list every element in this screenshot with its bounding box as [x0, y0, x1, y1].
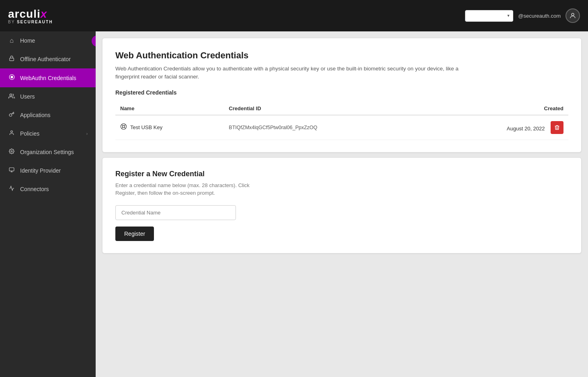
sidebar-nav: ⌂ Home Offline Authenticator [0, 31, 96, 377]
sidebar-item-home[interactable]: ⌂ Home [0, 31, 96, 50]
sidebar-item-applications[interactable]: Applications [0, 106, 96, 124]
svg-point-6 [11, 150, 12, 152]
registered-credentials-label: Registered Credentials [115, 89, 568, 96]
credential-name-input[interactable] [115, 205, 236, 220]
logo-text: arculix [8, 8, 53, 21]
svg-line-13 [125, 128, 126, 129]
sidebar-item-label: Organization Settings [20, 149, 88, 155]
chevron-right-icon: › [86, 132, 88, 136]
home-icon: ⌂ [8, 37, 15, 44]
sidebar-item-label: Home [20, 37, 88, 44]
logo-sub: by SECUREAUTH [8, 20, 53, 24]
connectors-icon [8, 185, 15, 193]
sidebar: ≡ ⌂ Home Offline Authenticator [0, 31, 96, 377]
tenant-select-wrapper[interactable] [465, 10, 513, 22]
sidebar-item-organization-settings[interactable]: Organization Settings [0, 143, 96, 161]
col-name: Name [115, 102, 224, 115]
sidebar-item-offline-authenticator[interactable]: Offline Authenticator [0, 50, 96, 68]
main-layout: ≡ ⌂ Home Offline Authenticator [0, 31, 588, 377]
svg-line-15 [121, 128, 123, 129]
register-title: Register a New Credential [115, 170, 568, 178]
sidebar-item-identity-provider[interactable]: Identity Provider [0, 161, 96, 180]
svg-rect-7 [9, 168, 14, 171]
sidebar-item-webauthn-credentials[interactable]: WebAuthn Credentials [0, 68, 96, 87]
sidebar-item-label: Offline Authenticator [20, 56, 88, 62]
svg-line-14 [125, 124, 126, 126]
svg-point-0 [572, 13, 574, 16]
user-avatar[interactable] [565, 8, 580, 23]
svg-point-3 [10, 76, 13, 78]
col-created: Created [429, 102, 568, 115]
register-description: Enter a credential name below (max. 28 c… [115, 181, 268, 197]
content-area: Web Authentication Credentials Web Authe… [96, 31, 588, 377]
policies-icon [8, 130, 15, 137]
sidebar-item-label: Identity Provider [20, 167, 88, 174]
header-right: @secureauth.com [465, 8, 580, 23]
lock-icon [8, 56, 15, 63]
svg-line-12 [121, 124, 123, 126]
col-credential-id: Credential ID [224, 102, 429, 115]
created-date: August 20, 2022 [507, 126, 545, 132]
gear-icon [8, 148, 15, 156]
sidebar-item-label: Connectors [20, 186, 88, 192]
sidebar-item-label: WebAuthn Credentials [20, 75, 88, 81]
webauthn-icon [8, 74, 15, 82]
svg-point-4 [10, 94, 12, 96]
register-card: Register a New Credential Enter a creden… [102, 157, 582, 253]
header: arculix by SECUREAUTH @secureauth.com [0, 0, 588, 31]
identity-provider-icon [8, 167, 15, 174]
users-icon [8, 93, 15, 100]
sidebar-item-label: Users [20, 93, 88, 100]
sidebar-item-users[interactable]: Users [0, 87, 96, 106]
svg-rect-1 [10, 58, 14, 60]
credential-id-value: BTIQfZMx4lqGCf5Ptw0ral06_PpxZzOQ [229, 125, 317, 130]
page-title: Web Authentication Credentials [115, 50, 568, 61]
page-description: Web Authentication Credentials allow you… [115, 65, 477, 81]
sidebar-item-label: Policies [20, 130, 82, 137]
svg-point-5 [11, 131, 13, 133]
svg-point-11 [123, 126, 125, 128]
sidebar-item-label: Applications [20, 112, 88, 118]
tenant-select[interactable] [465, 10, 513, 22]
delete-credential-button[interactable] [551, 121, 563, 134]
credential-name: Test USB Key [130, 124, 162, 130]
row-created-cell: August 20, 2022 [429, 115, 568, 140]
sidebar-item-policies[interactable]: Policies › [0, 124, 96, 143]
applications-icon [8, 111, 15, 119]
usb-key-icon [120, 123, 127, 132]
table-row: Test USB Key BTIQfZMx4lqGCf5Ptw0ral06_Pp… [115, 115, 568, 140]
row-name-cell: Test USB Key [115, 115, 224, 140]
row-credential-id-cell: BTIQfZMx4lqGCf5Ptw0ral06_PpxZzOQ [224, 115, 429, 140]
logo-x: x [41, 8, 47, 20]
register-button[interactable]: Register [115, 227, 154, 241]
sidebar-item-connectors[interactable]: Connectors [0, 180, 96, 198]
credentials-table: Name Credential ID Created [115, 102, 568, 140]
user-email: @secureauth.com [518, 13, 561, 19]
credentials-card: Web Authentication Credentials Web Authe… [102, 38, 582, 152]
logo: arculix by SECUREAUTH [8, 8, 53, 24]
